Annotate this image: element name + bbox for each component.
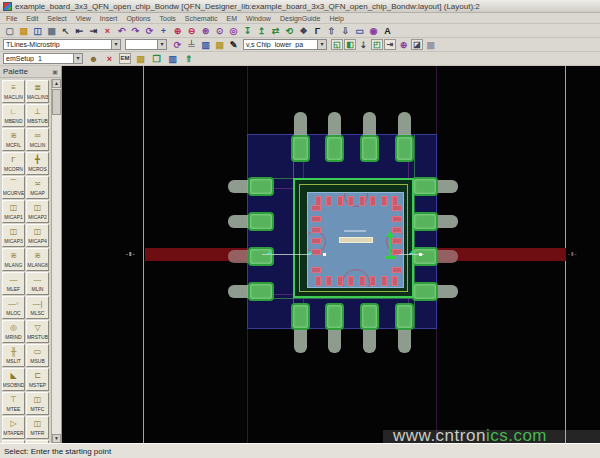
menu-item-options[interactable]: Options (126, 15, 150, 22)
menu-item-em[interactable]: EM (227, 15, 238, 22)
die-bondpad-top[interactable] (337, 196, 343, 206)
print-icon[interactable]: ▦ (45, 25, 58, 37)
palette-item-mbend[interactable]: ∟MBEND (2, 104, 25, 127)
menu-item-schematic[interactable]: Schematic (185, 15, 218, 22)
scroll-down-icon[interactable]: ▼ (52, 434, 61, 443)
wire-down-icon[interactable]: ⇣ (357, 39, 370, 51)
zoom-fit-icon[interactable]: ⊙ (213, 25, 226, 37)
qfn-pad-top[interactable] (291, 135, 310, 162)
layers-icon[interactable]: ▤ (134, 53, 147, 65)
em-setup-select[interactable]: emSetup_1 ▾ (3, 53, 83, 64)
port-cross-marker[interactable]: + (308, 250, 313, 258)
chevron-down-icon[interactable]: ▾ (73, 54, 82, 63)
qfn-pad-right[interactable] (412, 247, 438, 266)
die-bondpad-bottom[interactable] (315, 276, 321, 286)
menu-item-edit[interactable]: Edit (26, 15, 38, 22)
scroll-thumb[interactable] (52, 89, 61, 115)
qfn-pad-bottom[interactable] (360, 303, 379, 330)
palette-item-maclin3[interactable]: ≣MACLIN3 (26, 80, 49, 103)
prev-view-icon[interactable]: ⇤ (73, 25, 86, 37)
qfn-pad-bottom[interactable] (395, 303, 414, 330)
swap-view-icon[interactable]: ⇄ (269, 25, 282, 37)
palette-item-micap3[interactable]: ◫MICAP3 (2, 224, 25, 247)
qfn-package[interactable] (247, 134, 437, 329)
palette-item-mtee[interactable]: ⊤MTEE (2, 392, 25, 415)
palette-item-mtfc[interactable]: ◫MTFC (26, 392, 49, 415)
qfn-pad-right[interactable] (412, 177, 438, 196)
component-icon[interactable]: ❖ (297, 25, 310, 37)
grid-snap-icon[interactable]: ▦ (424, 39, 437, 51)
ground-icon[interactable]: ╧ (185, 39, 198, 51)
palette-item-mlef[interactable]: —MLEF (2, 272, 25, 295)
palette-item-mlsc[interactable]: —|MLSC (26, 296, 49, 319)
die-bondpad-left[interactable] (311, 227, 321, 233)
delete-icon[interactable]: × (101, 25, 114, 37)
palette-item-ribbon[interactable]: ∿RIBBON (2, 440, 25, 443)
insert-text-icon[interactable]: A (381, 25, 394, 37)
layer-select[interactable]: v,s Chip_lower_pa ▾ (243, 39, 327, 50)
em-stop-icon[interactable]: × (103, 53, 116, 65)
palette-item-wire[interactable]: ∿WIRE (26, 440, 49, 443)
die-bondpad-bottom[interactable] (348, 276, 354, 286)
port-box-icon[interactable]: ◰ (371, 39, 383, 50)
qfn-pad-right[interactable] (412, 282, 438, 301)
port-cross-marker[interactable]: + (267, 250, 272, 258)
save-icon[interactable]: ◫ (31, 25, 44, 37)
die-bondpad-right[interactable] (392, 205, 402, 211)
palette-item-mgap[interactable]: ≍MGAP (26, 176, 49, 199)
die-bondpad-bottom[interactable] (370, 276, 376, 286)
title-bar[interactable]: example_board_3x3_QFN_open_chip_Bondw [Q… (0, 0, 600, 13)
next-view-icon[interactable]: ⇥ (87, 25, 100, 37)
palette-item-mlang8[interactable]: ≋MLANG8 (26, 248, 49, 271)
port-marker-right[interactable]: -‖- (568, 251, 577, 257)
chevron-down-icon[interactable]: ▾ (111, 40, 120, 49)
shape-box-icon[interactable]: ◪ (411, 39, 423, 50)
die-bondpad-bottom[interactable] (337, 276, 343, 286)
palette-item-mlin[interactable]: —MLIN (26, 272, 49, 295)
palette-item-mtfr[interactable]: ◫MTFR (26, 416, 49, 439)
palette-item-mstep[interactable]: ⊏MSTEP (26, 368, 49, 391)
view-3d-icon[interactable]: ❒ (150, 53, 163, 65)
die-bondpad-right[interactable] (392, 227, 402, 233)
insert-path-icon[interactable]: ⇧ (325, 25, 338, 37)
zoom-out-icon[interactable]: ⊖ (185, 25, 198, 37)
menu-item-help[interactable]: Help (329, 15, 343, 22)
palette-item-mslit[interactable]: ╫MSLIT (2, 344, 25, 367)
die-bondpad-top[interactable] (348, 196, 354, 206)
menu-item-insert[interactable]: Insert (100, 15, 118, 22)
pin-icon[interactable]: ▣ (52, 68, 58, 75)
zoom-selection-icon[interactable]: ◎ (227, 25, 240, 37)
palette-item-mlang[interactable]: ≋MLANG (2, 248, 25, 271)
palette-toggle-icon[interactable]: ▤ (213, 39, 226, 51)
chip-die[interactable] (307, 192, 404, 288)
palette-item-maclin[interactable]: ≡MACLIN (2, 80, 25, 103)
palette-item-mtaper[interactable]: ▷MTAPER (2, 416, 25, 439)
die-bondpad-left[interactable] (311, 205, 321, 211)
pop-hierarchy-icon[interactable]: ↥ (255, 25, 268, 37)
palette-item-mrind[interactable]: ◎MRIND (2, 320, 25, 343)
palette-item-micap2[interactable]: ◫MICAP2 (26, 200, 49, 223)
port-cross-marker[interactable]: + (409, 250, 414, 258)
palette-item-msobnd[interactable]: ◣MSOBND (2, 368, 25, 391)
die-bondpad-right[interactable] (392, 238, 402, 244)
die-bondpad-bottom[interactable] (326, 276, 332, 286)
qfn-pad-right[interactable] (412, 212, 438, 231)
refresh-icon[interactable]: ⟲ (283, 25, 296, 37)
menu-item-select[interactable]: Select (47, 15, 66, 22)
part-history-select[interactable]: ▾ (125, 39, 167, 50)
qfn-pad-left[interactable] (248, 212, 274, 231)
palette-item-mcurve[interactable]: ⌒MCURVE (2, 176, 25, 199)
insert-pin-label-icon[interactable]: ◧ (344, 39, 356, 50)
menu-item-tools[interactable]: Tools (160, 15, 176, 22)
component-palette-select[interactable]: TLines-Microstrip ▾ (3, 39, 121, 50)
grow-icon[interactable]: ⇑ (182, 53, 195, 65)
insert-via-icon[interactable]: ⟳ (171, 39, 184, 51)
palette-item-mbstub[interactable]: ⊥MBSTUB (26, 104, 49, 127)
qfn-pad-bottom[interactable] (325, 303, 344, 330)
qfn-pad-top[interactable] (360, 135, 379, 162)
palette-item-msub[interactable]: ▭MSUB (26, 344, 49, 367)
em-user-icon[interactable]: ☻ (87, 53, 100, 65)
palette-item-mrstub[interactable]: ▽MRSTUB (26, 320, 49, 343)
palette-item-mloc[interactable]: —◦MLOC (2, 296, 25, 319)
palette-item-mclin[interactable]: ═MCLIN (26, 128, 49, 151)
